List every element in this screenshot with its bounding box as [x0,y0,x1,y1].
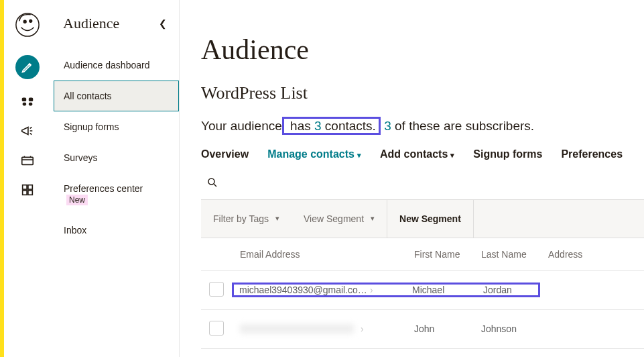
list-name: WordPress List [201,83,644,103]
email-cell-redacted [240,324,354,334]
icon-rail [4,0,51,357]
chevron-right-icon: › [361,323,364,334]
segment-toolbar: Filter by Tags▾ View Segment▾ New Segmen… [201,200,644,238]
contacts-count-highlight: has 3 contacts. [282,117,381,135]
window-icon[interactable] [20,153,35,168]
chevron-left-icon[interactable]: ❮ [159,18,167,29]
svg-rect-5 [23,103,27,106]
last-name-cell: Johnson [473,309,540,348]
first-name-cell: Michael [412,285,471,295]
sidebar-item-preferences-center[interactable]: Preferences center New [54,173,179,215]
svg-point-0 [16,13,39,36]
chevron-down-icon: ▾ [371,214,375,223]
row-checkbox[interactable] [209,282,224,297]
sidebar-title: Audience [63,15,119,32]
sidebar-item-surveys[interactable]: Surveys [54,142,179,173]
svg-rect-8 [23,185,27,189]
mailchimp-logo[interactable] [15,12,40,40]
svg-rect-3 [22,98,26,102]
chevron-down-icon: ▾ [450,151,454,159]
audience-summary: Your audience has 3 contacts. 3 of these… [201,117,644,136]
table-row[interactable]: michael39403930@gmail.co…› Michael Jorda… [201,270,644,309]
svg-rect-6 [29,103,33,106]
new-segment[interactable]: New Segment [387,200,474,238]
col-first-name: First Name [406,238,473,271]
row-highlight: michael39403930@gmail.co…› Michael Jorda… [232,283,540,297]
col-address: Address [540,238,644,271]
email-cell: michael39403930@gmail.co… [239,285,367,295]
tab-manage-contacts[interactable]: Manage contacts▾ [267,148,361,160]
svg-point-1 [23,20,26,23]
svg-rect-7 [22,157,34,164]
col-checkbox [201,238,232,271]
new-badge: New [66,195,88,205]
svg-rect-4 [29,98,33,102]
pencil-icon[interactable] [15,55,40,79]
filter-by-tags[interactable]: Filter by Tags▾ [201,200,292,238]
sidebar-item-inbox[interactable]: Inbox [54,215,179,246]
binoculars-icon[interactable] [20,94,35,109]
table-row[interactable]: › John Johnson [201,309,644,348]
first-name-cell: John [406,309,473,348]
tabs: Overview Manage contacts▾ Add contacts▾ … [201,148,644,160]
svg-point-12 [208,178,214,185]
sidebar-item-signup-forms[interactable]: Signup forms [54,111,179,142]
tab-preferences[interactable]: Preferences [561,148,623,160]
contacts-table: Email Address First Name Last Name Addre… [201,238,644,349]
tab-overview[interactable]: Overview [201,148,249,160]
svg-rect-9 [28,185,32,189]
svg-point-2 [29,19,32,22]
chevron-down-icon: ▾ [357,151,361,159]
view-segment[interactable]: View Segment▾ [292,200,387,238]
megaphone-icon[interactable] [20,123,35,138]
tab-add-contacts[interactable]: Add contacts▾ [380,148,454,160]
page-title: Audience [201,34,644,66]
toolbar-spacer [474,200,644,238]
sidebar: Audience ❮ Audience dashboard All contac… [51,0,180,357]
grid-icon[interactable] [20,183,35,197]
last-name-cell: Jordan [483,285,512,295]
col-email: Email Address [232,238,406,271]
sidebar-item-all-contacts[interactable]: All contacts [54,81,179,111]
svg-rect-11 [28,191,32,195]
search-icon[interactable] [206,176,218,189]
sidebar-item-dashboard[interactable]: Audience dashboard [54,50,179,81]
tab-signup-forms[interactable]: Signup forms [473,148,542,160]
chevron-down-icon: ▾ [275,214,279,223]
col-last-name: Last Name [473,238,540,271]
main-content: Audience WordPress List Your audience ha… [180,0,644,357]
row-checkbox[interactable] [209,321,224,336]
chevron-right-icon: › [370,285,373,295]
svg-rect-10 [23,191,27,195]
